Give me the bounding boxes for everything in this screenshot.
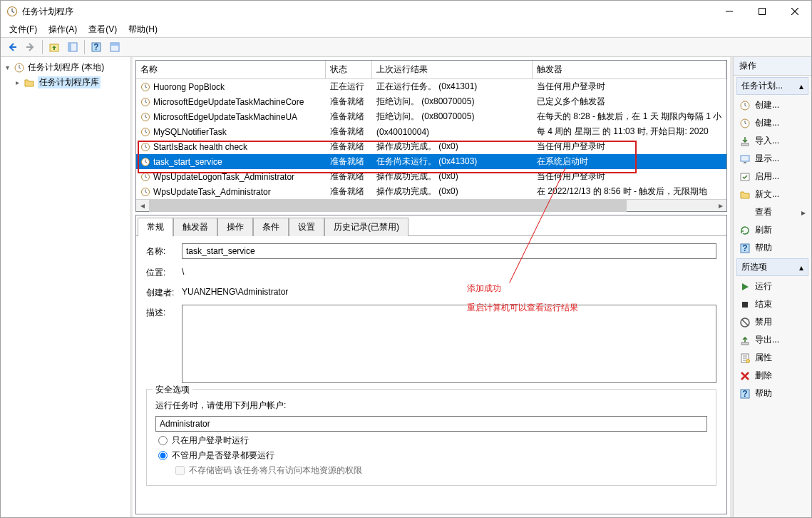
action-label: 启用... [755,171,806,183]
actions-group-selected[interactable]: 所选项 ▴ [736,258,808,276]
actions-group-selected-label: 所选项 [741,261,767,273]
action-stop[interactable]: 结束 [736,295,808,313]
forward-button[interactable] [22,39,39,55]
collapse-icon: ▴ [799,81,803,91]
clock-icon [140,172,150,182]
table-row[interactable]: task_start_service准备就绪任务尚未运行。 (0x41303)在… [136,154,726,169]
table-row[interactable]: MySQLNotifierTask准备就绪(0x40010004)每 4 周的 … [136,124,726,139]
action-props[interactable]: 属性 [736,349,808,367]
expand-icon[interactable]: ▸ [14,78,21,86]
scroll-thumb[interactable] [149,200,627,212]
back-button[interactable] [4,39,21,55]
row-state: 准备就绪 [326,126,372,138]
action-enable[interactable]: 启用... [736,168,808,186]
clock-icon [140,142,150,152]
tab-triggers[interactable]: 触发器 [173,218,217,237]
row-name: StartIsBack health check [153,142,247,152]
row-state: 准备就绪 [326,96,372,108]
maximize-button[interactable] [746,1,778,22]
clock-icon [140,127,150,137]
titlebar: 任务计划程序 [1,1,811,22]
tab-history[interactable]: 历史记录(已禁用) [324,218,408,237]
column-result[interactable]: 上次运行结果 [372,61,533,78]
svg-rect-4 [68,43,71,51]
action-help[interactable]: ?帮助 [736,385,808,402]
tree-root-label: 任务计划程序 (本地) [28,61,104,73]
toolbar-separator [84,40,85,54]
help-button[interactable]: ? [88,39,105,55]
scroll-right-icon[interactable]: ▸ [714,200,726,212]
action-folder[interactable]: 新文... [736,186,808,203]
actions-group-library[interactable]: 任务计划... ▴ [736,77,808,95]
row-state: 正在运行 [326,81,372,93]
task-list: 名称 状态 上次运行结果 触发器 Huorong PopBlock正在运行正在运… [135,60,727,212]
action-help[interactable]: ?帮助 [736,239,808,257]
clock-icon [739,118,751,129]
view-icon [739,207,751,218]
export-icon [739,335,751,346]
action-display[interactable]: 显示... [736,150,808,168]
radio-logged-on[interactable]: 只在用户登录时运行 [158,435,707,447]
column-state[interactable]: 状态 [326,61,372,78]
menu-help[interactable]: 帮助(H) [123,22,163,37]
table-row[interactable]: WpsUpdateTask_Administrator准备就绪操作成功完成。 (… [136,184,726,199]
name-field[interactable] [182,243,716,259]
table-row[interactable]: WpsUpdateLogonTask_Administrator准备就绪操作成功… [136,169,726,184]
column-name[interactable]: 名称 [136,61,326,78]
radio-logged-label: 只在用户登录时运行 [172,435,249,447]
scroll-left-icon[interactable]: ◂ [136,200,148,212]
action-clock[interactable]: 创建... [736,96,808,114]
action-label: 创建... [755,117,806,129]
tab-conditions[interactable]: 条件 [253,218,289,237]
horizontal-scrollbar[interactable]: ◂ ▸ [136,199,726,211]
svg-rect-8 [111,43,119,46]
check-no-password[interactable]: 不存储密码 该任务将只有访问本地资源的权限 [175,464,707,477]
actions-group-library-label: 任务计划... [741,80,783,92]
row-trigger: 在系统启动时 [533,156,726,168]
svg-rect-22 [744,162,746,163]
table-row[interactable]: Huorong PopBlock正在运行正在运行任务。 (0x41301)当任何… [136,79,726,94]
table-row[interactable]: MicrosoftEdgeUpdateTaskMachineUA准备就绪拒绝访问… [136,109,726,124]
clock-icon [140,187,150,197]
close-button[interactable] [778,1,811,22]
tab-actions[interactable]: 操作 [217,218,253,237]
action-disable[interactable]: 禁用 [736,313,808,331]
row-result: 操作成功完成。 (0x0) [372,186,533,198]
action-export[interactable]: 导出... [736,331,808,349]
desc-field[interactable] [182,305,716,383]
view-button-2[interactable] [106,39,123,55]
tab-general[interactable]: 常规 [138,218,173,237]
up-button[interactable] [46,39,63,55]
svg-text:?: ? [93,42,98,52]
view-button-1[interactable] [64,39,81,55]
svg-rect-26 [742,302,748,308]
row-result: (0x40010004) [372,127,533,137]
action-run[interactable]: 运行 [736,278,808,295]
tree-library[interactable]: ▸ 任务计划程序库 [1,75,130,90]
column-trigger[interactable]: 触发器 [533,61,726,78]
expand-icon[interactable]: ▾ [4,64,11,71]
action-label: 显示... [755,153,806,165]
name-label: 名称: [146,243,175,258]
radio-any-user[interactable]: 不管用户是否登录都要运行 [158,450,707,462]
clock-icon [140,112,150,122]
action-label: 刷新 [755,224,806,236]
action-clock[interactable]: 创建... [736,114,808,132]
action-delete[interactable]: 删除 [736,367,808,385]
menu-view[interactable]: 查看(V) [83,22,123,37]
action-view[interactable]: 查看▸ [736,203,808,221]
menu-action[interactable]: 操作(A) [43,22,83,37]
action-import[interactable]: 导入... [736,132,808,150]
action-refresh[interactable]: 刷新 [736,221,808,239]
stop-icon [739,299,751,310]
row-result: 正在运行任务。 (0x41301) [372,81,533,93]
action-label: 创建... [755,99,806,111]
table-row[interactable]: MicrosoftEdgeUpdateTaskMachineCore准备就绪拒绝… [136,94,726,109]
minimize-button[interactable] [713,1,746,22]
row-result: 任务尚未运行。 (0x41303) [372,156,533,168]
tree-root[interactable]: ▾ 任务计划程序 (本地) [1,60,130,75]
list-body: Huorong PopBlock正在运行正在运行任务。 (0x41301)当任何… [136,79,726,199]
table-row[interactable]: StartIsBack health check准备就绪操作成功完成。 (0x0… [136,139,726,154]
tab-settings[interactable]: 设置 [289,218,324,237]
menu-file[interactable]: 文件(F) [4,22,43,37]
